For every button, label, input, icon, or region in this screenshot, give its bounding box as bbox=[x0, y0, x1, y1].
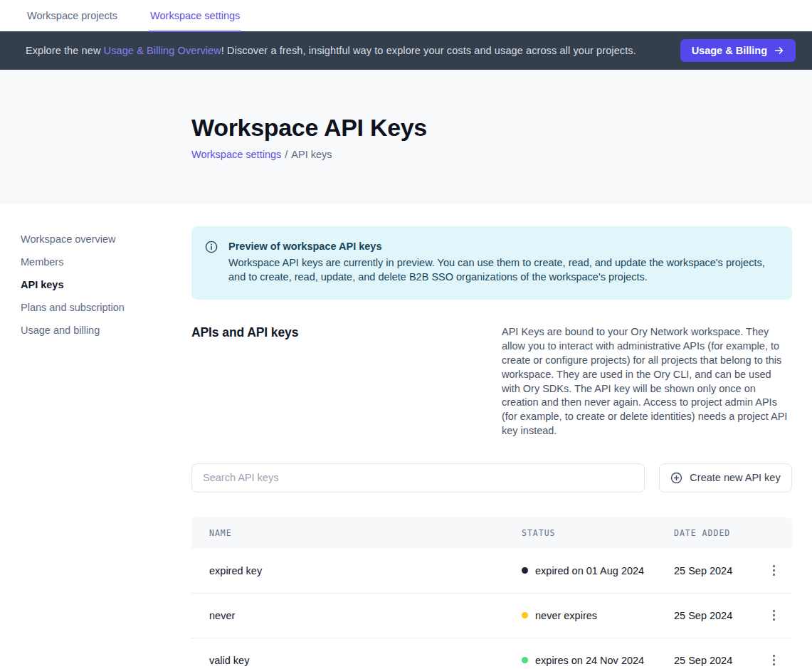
create-api-key-button[interactable]: Create new API key bbox=[659, 463, 792, 492]
arrow-right-icon bbox=[774, 46, 784, 56]
promo-text-before: Explore the new bbox=[26, 45, 104, 56]
row-menu-kebab-icon[interactable] bbox=[769, 606, 779, 625]
page-title: Workspace API Keys bbox=[191, 114, 812, 142]
table-row: expired key expired on 01 Aug 2024 25 Se… bbox=[191, 549, 792, 594]
row-actions bbox=[755, 561, 792, 580]
sidebar-item[interactable]: API keys bbox=[21, 278, 177, 292]
row-menu-kebab-icon[interactable] bbox=[769, 650, 779, 669]
column-header-name: NAME bbox=[191, 528, 522, 538]
api-keys-table: NAME STATUS DATE ADDED expired key expir… bbox=[191, 517, 792, 669]
breadcrumb-current: API keys bbox=[291, 149, 332, 160]
plus-circle-icon bbox=[670, 472, 682, 484]
breadcrumb-separator: / bbox=[285, 149, 288, 160]
promo-text-after: ! Discover a fresh, insightful way to ex… bbox=[221, 45, 636, 56]
callout-title: Preview of workspace API keys bbox=[228, 240, 775, 253]
breadcrumb: Workspace settings/API keys bbox=[191, 149, 812, 160]
api-key-date-added: 25 Sep 2024 bbox=[674, 610, 755, 621]
row-actions bbox=[755, 650, 792, 669]
usage-billing-overview-link[interactable]: Usage & Billing Overview bbox=[104, 45, 221, 56]
api-key-status: expires on 24 Nov 2024 bbox=[522, 655, 674, 666]
table-row: valid key expires on 24 Nov 2024 25 Sep … bbox=[191, 638, 792, 669]
callout-body: Workspace API keys are currently in prev… bbox=[228, 256, 775, 284]
create-api-key-label: Create new API key bbox=[690, 472, 780, 483]
workspace-top-nav: Workspace projects Workspace settings bbox=[0, 0, 812, 31]
promo-banner-text: Explore the new Usage & Billing Overview… bbox=[26, 45, 680, 56]
top-nav-tab[interactable]: Workspace projects bbox=[26, 0, 119, 32]
row-menu-kebab-icon[interactable] bbox=[769, 561, 779, 580]
callout-content: Preview of workspace API keys Workspace … bbox=[228, 240, 775, 284]
apis-section-header: APIs and API keys API Keys are bound to … bbox=[191, 325, 792, 438]
status-dot bbox=[522, 657, 528, 663]
table-row: never never expires 25 Sep 2024 bbox=[191, 594, 792, 638]
sidebar-item[interactable]: Usage and billing bbox=[21, 324, 177, 337]
usage-billing-button-label: Usage & Billing bbox=[692, 45, 767, 56]
api-key-status: expired on 01 Aug 2024 bbox=[522, 565, 674, 576]
api-key-name: valid key bbox=[191, 655, 522, 666]
section-heading: APIs and API keys bbox=[191, 325, 298, 438]
top-nav-tab[interactable]: Workspace settings bbox=[149, 0, 241, 32]
table-header-row: NAME STATUS DATE ADDED bbox=[191, 517, 792, 549]
sidebar-item[interactable]: Members bbox=[21, 256, 177, 269]
column-header-status: STATUS bbox=[522, 528, 674, 538]
api-key-status: never expires bbox=[522, 610, 674, 621]
sidebar-item[interactable]: Workspace overview bbox=[21, 233, 177, 246]
column-header-date-added: DATE ADDED bbox=[674, 528, 755, 538]
status-text: expires on 24 Nov 2024 bbox=[535, 655, 644, 666]
preview-callout: Preview of workspace API keys Workspace … bbox=[191, 226, 792, 300]
status-text: expired on 01 Aug 2024 bbox=[535, 565, 644, 576]
page-header: Workspace API Keys Workspace settings/AP… bbox=[0, 70, 812, 204]
status-dot bbox=[522, 567, 528, 574]
api-key-date-added: 25 Sep 2024 bbox=[674, 565, 755, 576]
breadcrumb-workspace-settings-link[interactable]: Workspace settings bbox=[191, 149, 281, 160]
usage-billing-promo-banner: Explore the new Usage & Billing Overview… bbox=[0, 31, 812, 70]
sidebar-item[interactable]: Plans and subscription bbox=[21, 301, 177, 315]
api-key-name: never bbox=[191, 610, 522, 621]
status-text: never expires bbox=[535, 610, 597, 621]
row-actions bbox=[755, 606, 792, 625]
api-key-date-added: 25 Sep 2024 bbox=[674, 655, 755, 666]
section-description: API Keys are bound to your Ory Network w… bbox=[502, 325, 792, 438]
api-keys-toolbar: Create new API key bbox=[191, 463, 792, 492]
api-key-name: expired key bbox=[191, 565, 522, 576]
status-dot bbox=[522, 612, 528, 618]
usage-billing-button[interactable]: Usage & Billing bbox=[680, 39, 796, 62]
settings-sidebar: Workspace overview Members API keys Plan… bbox=[0, 204, 191, 347]
info-icon bbox=[205, 241, 218, 253]
api-keys-main: Preview of workspace API keys Workspace … bbox=[191, 204, 792, 669]
search-input[interactable] bbox=[191, 463, 645, 492]
